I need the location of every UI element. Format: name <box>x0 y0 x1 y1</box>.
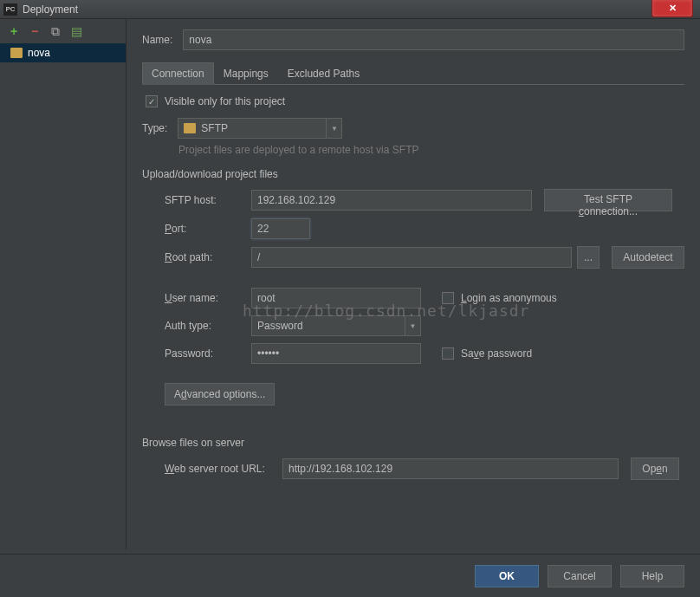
type-label: Type: <box>142 122 167 134</box>
tab-excluded-paths[interactable]: Excluded Paths <box>278 62 369 84</box>
tabs: Connection Mappings Excluded Paths <box>142 62 684 85</box>
browse-section-title: Browse files on server <box>142 437 684 449</box>
root-path-label: Root path: <box>165 251 251 263</box>
test-connection-button[interactable]: Test SFTP connection... <box>544 189 672 211</box>
save-password-checkbox[interactable] <box>442 347 454 360</box>
cancel-button[interactable]: Cancel <box>548 565 612 587</box>
root-path-input[interactable] <box>251 247 572 268</box>
web-url-input[interactable] <box>282 458 619 479</box>
add-icon[interactable]: + <box>7 24 21 38</box>
app-icon: PC <box>3 3 17 16</box>
use-icon[interactable]: ▤ <box>69 24 83 38</box>
port-input[interactable] <box>251 218 310 239</box>
visible-project-label: Visible only for this project <box>165 95 285 107</box>
upload-section-title: Upload/download project files <box>142 168 684 180</box>
advanced-options-button[interactable]: Advanced options... <box>165 383 275 406</box>
user-name-label: User name: <box>165 292 251 304</box>
ok-button[interactable]: OK <box>475 565 539 587</box>
remove-icon[interactable]: − <box>28 24 42 38</box>
password-label: Password: <box>165 347 251 360</box>
save-password-label: Save password <box>461 347 532 360</box>
auth-type-label: Auth type: <box>165 320 251 332</box>
chevron-down-icon: ▼ <box>405 316 420 335</box>
autodetect-button[interactable]: Autodetect <box>612 246 684 269</box>
content-panel: Name: Connection Mappings Excluded Paths… <box>126 19 700 549</box>
window-close-button[interactable]: ✕ <box>651 0 693 17</box>
type-hint: Project files are deployed to a remote h… <box>178 144 684 156</box>
name-label: Name: <box>142 34 172 46</box>
copy-icon[interactable]: ⧉ <box>49 24 62 38</box>
deployment-item-nova[interactable]: nova <box>0 43 126 62</box>
type-dropdown[interactable]: SFTP ▼ <box>178 118 342 139</box>
sftp-host-input[interactable] <box>251 190 532 211</box>
port-label: Port: <box>165 223 251 235</box>
window-title: Deployment <box>23 3 78 16</box>
visible-project-checkbox[interactable]: ✓ <box>146 95 158 107</box>
chevron-down-icon: ▼ <box>326 119 341 138</box>
type-value: SFTP <box>201 122 228 134</box>
auth-type-dropdown[interactable]: Password ▼ <box>251 315 421 336</box>
sidebar-toolbar: + − ⧉ ▤ <box>0 19 126 43</box>
name-input[interactable] <box>183 29 684 50</box>
login-anonymous-checkbox[interactable] <box>442 292 454 304</box>
user-name-input[interactable] <box>251 288 421 308</box>
dialog-footer: OK Cancel Help <box>0 554 700 597</box>
web-url-label: Web server root URL: <box>165 463 282 475</box>
titlebar: PC Deployment <box>0 0 700 19</box>
tab-mappings[interactable]: Mappings <box>214 62 278 84</box>
auth-type-value: Password <box>257 320 303 332</box>
browse-root-button[interactable]: ... <box>577 246 600 269</box>
server-icon <box>10 48 23 58</box>
help-button[interactable]: Help <box>620 565 684 587</box>
open-button[interactable]: Open <box>631 457 679 480</box>
login-anonymous-label: Login as anonymous <box>461 292 557 304</box>
tab-connection[interactable]: Connection <box>142 62 214 85</box>
password-input[interactable] <box>251 343 421 364</box>
sftp-host-label: SFTP host: <box>165 194 251 206</box>
deployment-item-label: nova <box>28 47 50 59</box>
sftp-icon <box>184 123 196 133</box>
sidebar: + − ⧉ ▤ nova <box>0 19 126 549</box>
